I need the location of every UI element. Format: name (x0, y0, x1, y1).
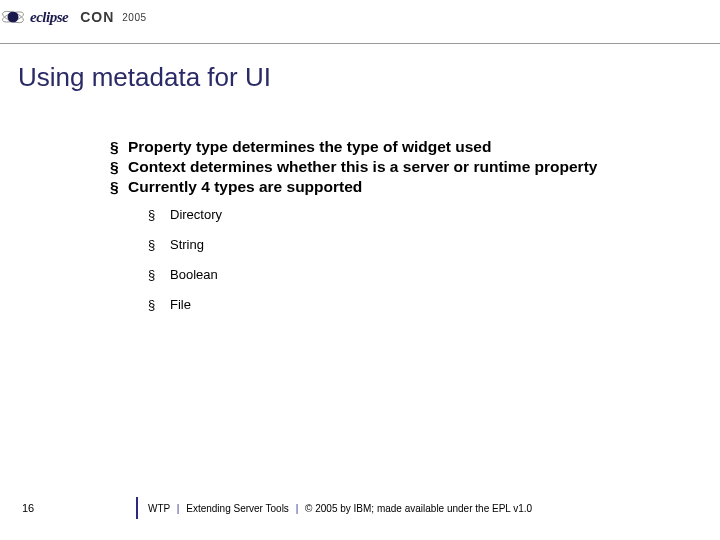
slide-footer: 16 WTP | Extending Server Tools | © 2005… (0, 496, 720, 520)
sub-bullet-item: File (148, 297, 720, 312)
slide-content: Property type determines the type of wid… (110, 137, 720, 312)
footer-copyright: © 2005 by IBM; made available under the … (305, 503, 532, 514)
footer-separator: | (296, 503, 299, 514)
footer-accent-bar (136, 497, 138, 519)
footer-separator: | (177, 503, 180, 514)
eclipse-orbit-icon (0, 4, 26, 30)
svg-point-2 (8, 12, 19, 23)
header-divider (0, 43, 720, 44)
slide-title: Using metadata for UI (18, 62, 720, 93)
year-text: 2005 (122, 12, 146, 23)
main-bullet-list: Property type determines the type of wid… (110, 137, 720, 197)
bullet-item: Property type determines the type of wid… (110, 137, 720, 157)
sub-bullet-item: String (148, 237, 720, 252)
eclipse-logo-text: eclipse (30, 9, 68, 26)
sub-bullet-list: Directory String Boolean File (148, 207, 720, 312)
conference-logo: eclipse CON 2005 (0, 4, 147, 30)
sub-bullet-item: Directory (148, 207, 720, 222)
page-number: 16 (22, 502, 34, 514)
sub-bullet-item: Boolean (148, 267, 720, 282)
slide-header: eclipse CON 2005 (0, 0, 720, 44)
footer-text: WTP | Extending Server Tools | © 2005 by… (148, 503, 532, 514)
footer-session: Extending Server Tools (186, 503, 289, 514)
footer-project: WTP (148, 503, 170, 514)
bullet-item: Currently 4 types are supported (110, 177, 720, 197)
bullet-item: Context determines whether this is a ser… (110, 157, 720, 177)
con-logo-text: CON (80, 9, 114, 25)
